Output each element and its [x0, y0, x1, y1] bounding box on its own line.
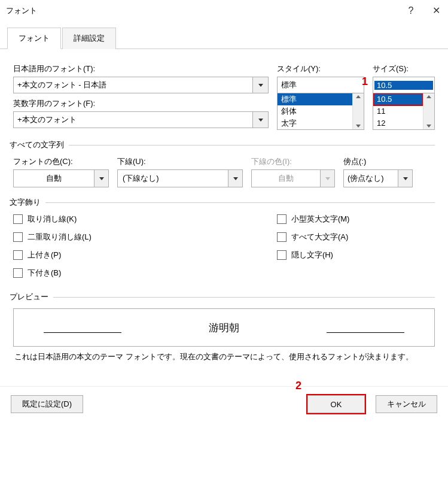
scroll-up-icon[interactable] [356, 95, 361, 98]
check-hidden[interactable]: 隠し文字(H) [277, 250, 350, 260]
color-row: フォントの色(C): 自動 下線(U): (下線なし) 下線の色(I): 自動 [13, 156, 435, 187]
latin-font-value: +本文のフォント [14, 114, 252, 125]
check-double-strike[interactable]: 二重取り消し線(L) [13, 232, 92, 242]
dropdown-icon[interactable] [228, 170, 242, 187]
scroll-up-icon[interactable] [426, 95, 431, 98]
size-value: 10.5 [374, 81, 433, 90]
style-option[interactable]: 太字 [278, 117, 352, 129]
jp-font-dropdown-icon[interactable] [252, 77, 268, 93]
dropdown-icon[interactable] [398, 170, 412, 187]
size-option[interactable]: 11 [373, 105, 423, 117]
checkbox-icon[interactable] [13, 250, 23, 260]
style-option[interactable]: 斜体 [278, 105, 352, 117]
scroll-down-icon[interactable] [356, 125, 361, 128]
underline-select[interactable]: (下線なし) [117, 169, 243, 187]
size-label: サイズ(S): [373, 63, 435, 74]
jp-font-combo[interactable]: +本文のフォント - 日本語 [13, 77, 269, 93]
annotation-1: 1 [362, 75, 368, 88]
font-dialog: フォント ? ✕ フォント 詳細設定 日本語用のフォント(T): +本文のフォン… [0, 0, 448, 422]
section-preview: プレビュー [10, 292, 435, 302]
jp-font-value: +本文のフォント - 日本語 [14, 80, 252, 90]
size-scrollbar[interactable] [423, 93, 434, 129]
checkbox-icon[interactable] [13, 232, 23, 242]
dropdown-icon [320, 170, 334, 187]
dropdown-icon[interactable] [94, 170, 108, 187]
preview-description: これは日本語用の本文のテーマ フォントです。現在の文書のテーマによって、使用され… [13, 351, 435, 362]
annotation-2: 2 [295, 380, 301, 392]
check-super[interactable]: 上付き(P) [13, 250, 92, 260]
latin-font-dropdown-icon[interactable] [252, 112, 268, 128]
dialog-title: フォント [6, 5, 405, 16]
underline-label: 下線(U): [117, 156, 243, 167]
dialog-content: 日本語用のフォント(T): +本文のフォント - 日本語 英数字用のフォント(F… [0, 49, 448, 368]
preview-text: 游明朝 [209, 321, 239, 335]
help-icon[interactable]: ? [405, 5, 417, 16]
check-strike[interactable]: 取り消し線(K) [13, 214, 92, 225]
size-listbox[interactable]: 10.5 11 12 [373, 93, 435, 130]
size-listbox-items: 10.5 11 12 [373, 93, 423, 129]
style-option[interactable]: 標準 [278, 93, 352, 105]
section-all-chars: すべての文字列 [10, 140, 435, 150]
checkbox-icon[interactable] [277, 214, 287, 224]
titlebar-buttons: ? ✕ [405, 5, 442, 16]
style-scrollbar[interactable] [352, 93, 364, 129]
check-smallcaps[interactable]: 小型英大文字(M) [277, 214, 350, 225]
preview-line-left [44, 332, 121, 333]
tab-font[interactable]: フォント [7, 28, 61, 49]
style-input[interactable]: 標準 [277, 77, 364, 93]
size-option[interactable]: 12 [373, 117, 423, 129]
emphasis-label: 傍点(:) [343, 156, 413, 167]
preview-line-right [327, 332, 404, 333]
scroll-down-icon[interactable] [426, 125, 431, 128]
checkbox-icon[interactable] [13, 214, 23, 224]
button-row: 既定に設定(D) 2 OK キャンセル [0, 386, 448, 422]
set-default-button[interactable]: 既定に設定(D) [11, 395, 83, 413]
underline-color-label: 下線の色(I): [251, 156, 335, 167]
latin-font-label: 英数字用のフォント(F): [13, 98, 269, 109]
check-sub[interactable]: 下付き(B) [13, 268, 92, 278]
underline-color-select: 自動 [251, 169, 335, 187]
cancel-button[interactable]: キャンセル [376, 395, 437, 413]
style-value: 標準 [278, 80, 364, 90]
font-row: 日本語用のフォント(T): +本文のフォント - 日本語 英数字用のフォント(F… [13, 63, 435, 130]
close-icon[interactable]: ✕ [430, 5, 442, 16]
tabs: フォント 詳細設定 [0, 21, 448, 49]
style-label: スタイル(Y): [277, 63, 364, 74]
checkbox-icon[interactable] [277, 250, 287, 260]
font-color-select[interactable]: 自動 [13, 169, 109, 187]
preview-box: 游明朝 [13, 308, 435, 347]
font-color-label: フォントの色(C): [13, 156, 109, 167]
check-allcaps[interactable]: すべて大文字(A) [277, 232, 350, 242]
checks-area: 取り消し線(K) 二重取り消し線(L) 上付き(P) 下付き(B) 小型英大文字… [13, 214, 435, 278]
tab-advanced[interactable]: 詳細設定 [62, 28, 116, 49]
size-option[interactable]: 10.5 [373, 93, 423, 105]
style-listbox-items: 標準 斜体 太字 [278, 93, 352, 129]
style-listbox[interactable]: 標準 斜体 太字 [277, 93, 364, 130]
section-effects: 文字飾り [10, 197, 435, 208]
size-input[interactable]: 10.5 [373, 77, 435, 93]
checkbox-icon[interactable] [277, 232, 287, 242]
ok-button[interactable]: OK [307, 395, 365, 413]
titlebar: フォント ? ✕ [0, 0, 448, 21]
latin-font-combo[interactable]: +本文のフォント [13, 111, 269, 128]
emphasis-select[interactable]: (傍点なし) [343, 169, 413, 187]
jp-font-label: 日本語用のフォント(T): [13, 63, 269, 74]
checkbox-icon[interactable] [13, 268, 23, 278]
